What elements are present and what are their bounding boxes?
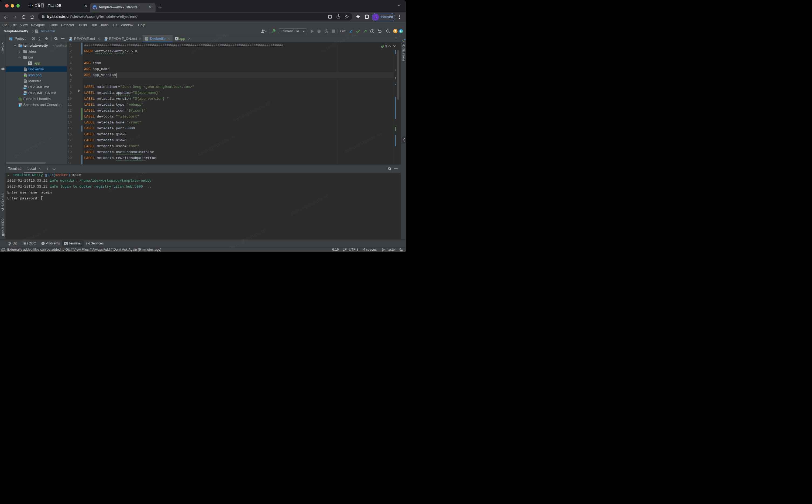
svg-text:MD: MD — [24, 94, 26, 95]
svg-text:MD: MD — [24, 88, 26, 89]
svg-text:MD: MD — [105, 39, 107, 41]
